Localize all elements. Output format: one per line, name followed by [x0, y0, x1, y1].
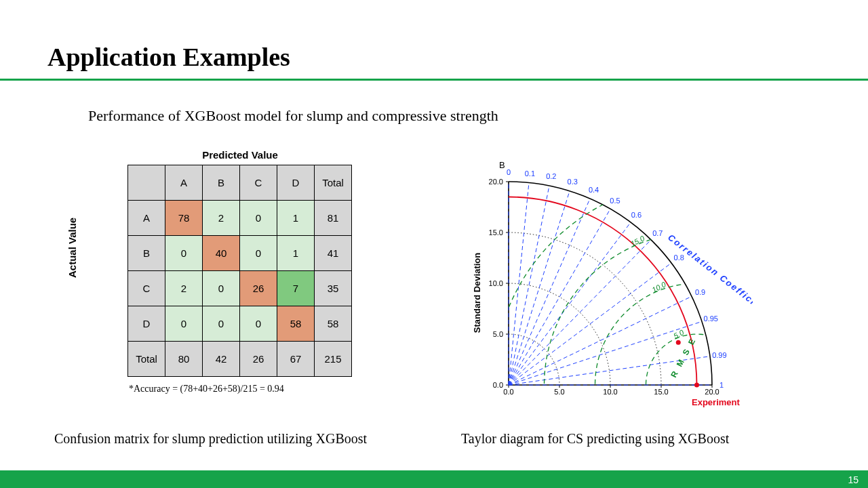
confusion-matrix-table: A B C D Total A 78 2 0 1 81 B 0 40 0 1 4… [127, 165, 352, 377]
svg-text:20.0: 20.0 [705, 388, 719, 396]
svg-text:0.95: 0.95 [704, 314, 718, 323]
svg-text:B: B [499, 160, 505, 170]
svg-text:R M S E: R M S E [669, 336, 698, 380]
svg-text:0.8: 0.8 [674, 253, 684, 262]
cm-cell: B [203, 165, 240, 201]
svg-line-26 [509, 186, 549, 385]
slide-title: Application Examples [47, 42, 290, 72]
table-row: Total 80 42 26 67 215 [128, 342, 352, 377]
cm-cell: 2 [203, 201, 240, 236]
svg-text:5.0: 5.0 [672, 328, 686, 340]
svg-text:10.0: 10.0 [603, 388, 617, 396]
svg-text:10.0: 10.0 [489, 279, 503, 287]
cm-cell: A [165, 165, 203, 201]
svg-text:15.0: 15.0 [489, 228, 503, 237]
cm-cell: 42 [203, 342, 240, 377]
cm-top-label: Predicted Value [127, 149, 353, 161]
cm-row-header: A [128, 201, 165, 236]
svg-line-40 [509, 296, 692, 385]
cm-row-header: B [128, 236, 165, 271]
svg-point-51 [676, 340, 681, 345]
cm-accuracy-note: *Accuracy = (78+40+26+58)/215 = 0.94 [129, 384, 380, 394]
cm-cell: D [277, 165, 315, 201]
cm-cell [128, 165, 165, 201]
cm-cell: 0 [165, 306, 203, 342]
svg-text:0.9: 0.9 [695, 288, 705, 296]
cm-cell: 67 [277, 342, 315, 377]
footer-bar: 15 [0, 470, 868, 488]
svg-text:20.0: 20.0 [489, 178, 503, 186]
cm-cell: 26 [240, 342, 277, 377]
svg-line-38 [509, 263, 671, 385]
page-number: 15 [848, 474, 859, 485]
cm-cell: 0 [240, 306, 277, 342]
cm-row-header: C [128, 271, 165, 306]
svg-text:0.99: 0.99 [712, 351, 726, 359]
table-row: C 2 0 26 7 35 [128, 271, 352, 306]
cm-cell: 1 [277, 201, 315, 236]
cm-cell: 0 [203, 271, 240, 306]
svg-text:15.0: 15.0 [654, 388, 668, 396]
cm-cell: 26 [240, 271, 277, 306]
svg-text:0: 0 [507, 168, 511, 176]
cm-side-label: Actual Value [66, 218, 78, 278]
svg-text:0.4: 0.4 [589, 186, 599, 194]
svg-text:0.6: 0.6 [631, 211, 642, 219]
svg-text:0.0: 0.0 [493, 381, 503, 389]
confusion-matrix-wrapper: Predicted Value Actual Value A B C D Tot… [41, 149, 380, 394]
cm-row-header: D [128, 306, 165, 342]
caption-left: Confusion matrix for slump prediction ut… [54, 431, 367, 447]
cm-cell: 78 [165, 201, 203, 236]
svg-line-30 [509, 199, 590, 385]
cm-cell: 1 [277, 236, 315, 271]
title-underline [0, 79, 868, 81]
svg-text:0.1: 0.1 [525, 169, 535, 178]
table-row: D 0 0 0 58 58 [128, 306, 352, 342]
taylor-svg: 0.00.05.05.010.010.015.015.020.020.000.1… [468, 157, 753, 408]
cm-cell: 80 [165, 342, 203, 377]
taylor-diagram: 0.00.05.05.010.010.015.015.020.020.000.1… [468, 157, 753, 408]
svg-text:0.2: 0.2 [546, 172, 556, 180]
svg-text:15.0: 15.0 [629, 234, 646, 248]
cm-cell: 41 [315, 236, 352, 271]
cm-cell: 58 [277, 306, 315, 342]
cm-cell: 0 [203, 306, 240, 342]
cm-cell: 0 [240, 201, 277, 236]
svg-line-28 [509, 191, 570, 385]
svg-text:Experiment: Experiment [692, 397, 740, 407]
cm-cell: 40 [203, 236, 240, 271]
svg-text:Standard Deviation: Standard Deviation [472, 253, 482, 333]
svg-text:0.0: 0.0 [503, 388, 513, 396]
cm-cell: 2 [165, 271, 203, 306]
slide-subtitle: Performance of XGBoost model for slump a… [88, 107, 498, 125]
table-row: A 78 2 0 1 81 [128, 201, 352, 236]
table-row: B 0 40 0 1 41 [128, 236, 352, 271]
svg-line-34 [509, 222, 631, 385]
cm-cell: 0 [165, 236, 203, 271]
cm-cell: 215 [315, 342, 352, 377]
cm-cell: 81 [315, 201, 352, 236]
cm-row-header: Total [128, 342, 165, 377]
cm-cell: C [240, 165, 277, 201]
svg-text:0.7: 0.7 [652, 229, 663, 237]
svg-text:0.3: 0.3 [568, 178, 578, 186]
cm-cell: Total [315, 165, 352, 201]
cm-cell: 58 [315, 306, 352, 342]
cm-cell: 0 [240, 236, 277, 271]
caption-right: Taylor diagram for CS predicting using X… [461, 431, 729, 447]
cm-header-row: A B C D Total [128, 165, 352, 201]
svg-text:5.0: 5.0 [493, 330, 503, 338]
svg-text:5.0: 5.0 [554, 388, 564, 396]
svg-text:10.0: 10.0 [650, 280, 667, 294]
svg-text:0.5: 0.5 [610, 197, 620, 205]
cm-cell: 7 [277, 271, 315, 306]
svg-point-52 [694, 383, 699, 388]
svg-text:1: 1 [719, 381, 724, 389]
cm-cell: 35 [315, 271, 352, 306]
